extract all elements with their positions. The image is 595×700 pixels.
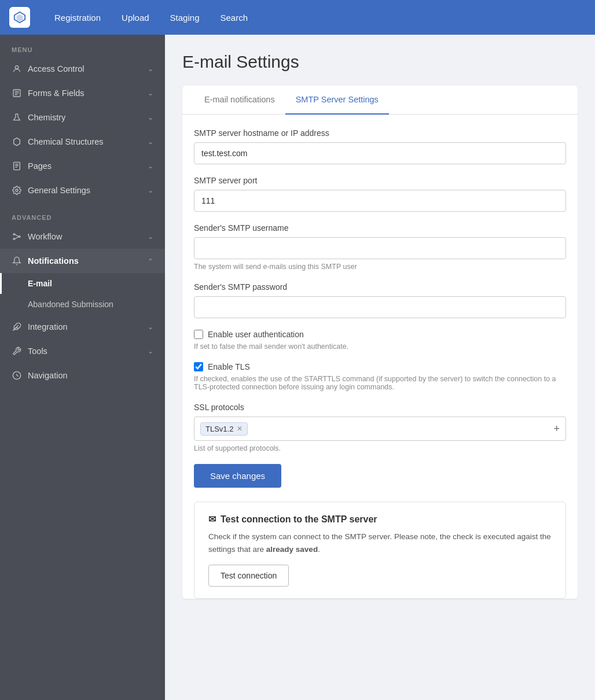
wrench-icon [12,346,22,356]
smtp-username-input[interactable] [194,237,566,259]
tab-smtp-server-settings[interactable]: SMTP Server Settings [285,86,389,115]
sidebar-sub-item-email[interactable]: E-mail [0,273,165,294]
ssl-protocol-tag-label: TLSv1.2 [205,425,233,433]
sidebar-item-general-settings[interactable]: General Settings ⌄ [0,178,165,202]
svg-line-18 [15,237,19,239]
svg-point-13 [16,189,18,191]
sidebar-menu-label: MENU [0,35,165,57]
workflow-icon [12,231,22,242]
smtp-password-group: Sender's SMTP password [194,282,566,318]
sidebar-item-label-tools: Tools [28,347,47,356]
sidebar-item-label-chemistry: Chemistry [28,113,65,122]
smtp-hostname-group: SMTP server hostname or IP address [194,128,566,164]
puzzle-icon [12,322,22,332]
bell-icon [12,256,22,266]
sidebar-item-forms-fields[interactable]: Forms & Fields ⌄ [0,81,165,105]
enable-tls-row: Enable TLS [194,362,566,371]
ssl-protocols-label: SSL protocols [194,403,566,412]
settings-tabs: E-mail notifications SMTP Server Setting… [182,86,578,115]
enable-auth-label[interactable]: Enable user authentication [208,330,304,339]
sidebar-item-chemical-structures[interactable]: Chemical Structures ⌄ [0,130,165,154]
smtp-port-label: SMTP server port [194,176,566,185]
nav-staging[interactable]: Staging [160,8,210,27]
chevron-icon: ⌄ [148,65,153,73]
sidebar-item-label-general-settings: General Settings [28,186,90,195]
ssl-protocol-tag: TLSv1.2 ✕ [200,422,248,436]
envelope-icon: ✉ [208,514,216,525]
sidebar-sub-item-abandoned-submission[interactable]: Abandoned Submission [0,294,165,315]
sidebar-item-integration[interactable]: Integration ⌄ [0,315,165,339]
enable-auth-row: Enable user authentication [194,330,566,339]
sidebar-item-label-navigation: Navigation [28,371,68,380]
enable-auth-group: Enable user authentication If set to fal… [194,330,566,351]
test-connection-button[interactable]: Test connection [208,565,289,587]
smtp-username-hint: The system will send e-mails using this … [194,263,566,271]
sidebar-item-workflow[interactable]: Workflow ⌄ [0,224,165,249]
chevron-icon: ⌄ [148,186,153,194]
sidebar-item-label-access-control: Access Control [28,64,85,73]
nav-search[interactable]: Search [210,8,258,27]
svg-point-2 [15,66,18,69]
sidebar-item-pages[interactable]: Pages ⌄ [0,154,165,178]
ssl-protocols-hint: List of supported protocols. [194,444,566,452]
sidebar-item-tools[interactable]: Tools ⌄ [0,339,165,363]
svg-point-16 [19,236,20,238]
app-logo[interactable] [9,7,30,28]
sidebar-item-access-control[interactable]: Access Control ⌄ [0,57,165,81]
smtp-hostname-label: SMTP server hostname or IP address [194,128,566,138]
save-button-container: Save changes [194,464,566,488]
sidebar-item-chemistry[interactable]: Chemistry ⌄ [0,105,165,130]
enable-tls-group: Enable TLS If checked, enables the use o… [194,362,566,391]
chevron-up-icon: ⌄ [148,257,153,265]
topnav-links: Registration Upload Staging Search [44,8,258,27]
svg-point-15 [13,238,15,240]
save-changes-button[interactable]: Save changes [194,464,281,488]
smtp-username-label: Sender's SMTP username [194,223,566,233]
test-connection-title: ✉ Test connection to the SMTP server [208,514,552,525]
settings-card: E-mail notifications SMTP Server Setting… [182,86,578,599]
enable-tls-hint: If checked, enables the use of the START… [194,375,566,391]
chevron-icon: ⌄ [148,323,153,331]
enable-tls-label[interactable]: Enable TLS [208,362,250,371]
sidebar-item-notifications[interactable]: Notifications ⌄ [0,249,165,273]
smtp-port-input[interactable] [194,190,566,212]
ssl-protocols-group: SSL protocols TLSv1.2 ✕ + List of suppor… [194,403,566,452]
pages-icon [12,161,22,171]
test-connection-description: Check if the system can connect to the S… [208,530,552,555]
sidebar-item-navigation[interactable]: Navigation [0,363,165,388]
ssl-protocol-add-button[interactable]: + [553,423,560,435]
smtp-password-input[interactable] [194,296,566,318]
smtp-form: SMTP server hostname or IP address SMTP … [182,115,578,502]
user-icon [12,64,22,74]
enable-auth-checkbox[interactable] [194,330,203,339]
ssl-protocols-tag-input[interactable]: TLSv1.2 ✕ + [194,417,566,441]
svg-line-17 [15,234,19,237]
ssl-protocol-tag-remove[interactable]: ✕ [237,425,243,433]
svg-line-23 [17,375,19,376]
svg-point-14 [13,234,15,235]
chevron-icon: ⌄ [148,113,153,121]
layout: MENU Access Control ⌄ Forms & Fields ⌄ [0,35,595,700]
chevron-icon: ⌄ [148,162,153,170]
chevron-icon: ⌄ [148,233,153,241]
tab-email-notifications[interactable]: E-mail notifications [194,86,285,115]
navigation-icon [12,370,22,381]
enable-auth-hint: If set to false the mail sender won't au… [194,342,566,351]
nav-registration[interactable]: Registration [44,8,111,27]
chevron-icon: ⌄ [148,347,153,355]
nav-upload[interactable]: Upload [111,8,160,27]
sidebar-item-label-notifications: Notifications [28,256,79,266]
svg-marker-8 [14,138,20,145]
sidebar: MENU Access Control ⌄ Forms & Fields ⌄ [0,35,165,700]
smtp-username-group: Sender's SMTP username The system will s… [194,223,566,271]
main-content: E-mail Settings E-mail notifications SMT… [165,35,595,700]
smtp-hostname-input[interactable] [194,142,566,164]
sidebar-item-label-pages: Pages [28,161,52,171]
sidebar-item-label-chemical-structures: Chemical Structures [28,137,104,146]
smtp-password-label: Sender's SMTP password [194,282,566,292]
enable-tls-checkbox[interactable] [194,362,203,371]
topnav: Registration Upload Staging Search [0,0,595,35]
chevron-icon: ⌄ [148,89,153,97]
sidebar-advanced-label: ADVANCED [0,202,165,224]
gear-icon [12,185,22,196]
